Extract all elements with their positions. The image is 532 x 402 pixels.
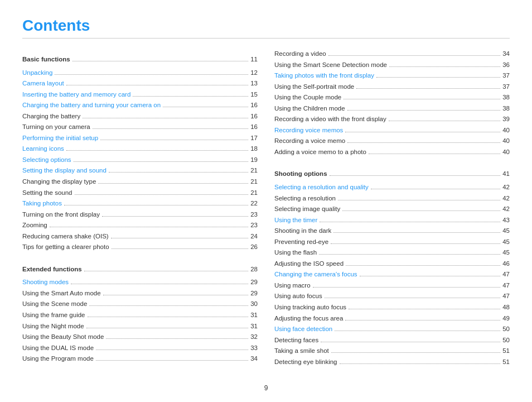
dot-leader: [345, 320, 500, 320]
toc-entry: Detecting faces50: [274, 335, 510, 346]
dot-leader: [345, 132, 500, 132]
toc-entry: Selecting a resolution and quality42: [274, 182, 510, 193]
toc-entry: Using the Beauty Shot mode32: [22, 332, 258, 343]
toc-entry-label: Recording a video with the front display: [274, 114, 386, 125]
toc-page-number: 42: [502, 204, 510, 215]
dot-leader: [347, 110, 501, 111]
toc-entry-label: Detecting eye blinking: [274, 357, 337, 368]
toc-entry: Selecting a resolution42: [274, 193, 510, 204]
toc-entry-label: Using the timer: [274, 215, 317, 226]
toc-entry: Taking photos with the front display37: [274, 70, 510, 82]
toc-page-number: 17: [250, 133, 258, 144]
page-number: 28: [250, 264, 258, 275]
dot-leader: [389, 66, 500, 67]
toc-entry: Using tracking auto focus48: [274, 302, 510, 313]
toc-entry: Camera layout13: [22, 78, 258, 89]
toc-entry: Using the Smart Auto mode29: [22, 288, 258, 299]
dot-leader: [102, 216, 248, 217]
toc-entry: Using the flash45: [274, 247, 510, 259]
page-title: Contents: [22, 17, 510, 35]
toc-entry-label: Using the DUAL IS mode: [22, 343, 94, 354]
toc-entry-label: Charging the battery: [22, 111, 80, 122]
dot-leader: [64, 205, 248, 205]
toc-entry-label: Adjusting the focus area: [274, 313, 343, 324]
toc-entry-label: Using the Couple mode: [274, 92, 341, 103]
dot-leader: [342, 210, 500, 211]
toc-entry-label: Using tracking auto focus: [274, 302, 346, 313]
dot-leader: [71, 284, 248, 284]
toc-entry-label: Performing the initial setup: [22, 133, 98, 144]
toc-entry-label: Using the Children mode: [274, 103, 345, 114]
dot-leader: [163, 107, 248, 107]
toc-entry: Using the Self-portrait mode37: [274, 82, 510, 93]
dot-leader: [86, 328, 249, 328]
toc-page-number: 50: [502, 335, 510, 346]
toc-entry: Selecting options19: [22, 155, 258, 166]
toc-page-number: 19: [250, 155, 258, 166]
toc-page-number: 33: [250, 343, 258, 354]
toc-page-number: 30: [250, 299, 258, 310]
toc-entry-label: Turning on your camera: [22, 122, 90, 133]
dot-leader: [347, 142, 500, 143]
toc-page-number: 43: [502, 215, 510, 226]
toc-entry: Using the Couple mode38: [274, 92, 510, 103]
toc-entry: Using the timer43: [274, 215, 510, 226]
toc-entry-label: Shooting in the dark: [274, 226, 331, 237]
dot-leader: [325, 298, 501, 298]
toc-entry-label: Using macro: [274, 280, 311, 291]
dot-leader: [321, 342, 500, 342]
toc-entry: Detecting eye blinking51: [274, 357, 510, 368]
toc-entry: Preventing red-eye45: [274, 237, 510, 248]
dot-leader: [335, 331, 500, 331]
toc-entry-label: Using the Scene mode: [22, 299, 87, 310]
toc-page-number: 16: [250, 100, 258, 111]
dot-leader: [349, 309, 500, 309]
dot-leader: [96, 350, 248, 350]
toc-page-number: 47: [502, 280, 510, 291]
dot-leader: [98, 183, 248, 184]
toc-entry: Setting the display and sound21: [22, 165, 258, 176]
toc-entry: Charging the battery and turning your ca…: [22, 100, 258, 111]
toc-page-number: 49: [502, 313, 510, 324]
toc-entry-label: Using the Smart Scene Detection mode: [274, 60, 387, 71]
dot-leader: [84, 271, 249, 271]
toc-entry-label: Using face detection: [274, 324, 332, 335]
toc-entry: Recording a video with the front display…: [274, 114, 510, 125]
toc-entry: Adjusting the focus area49: [274, 313, 510, 324]
toc-entry-label: Detecting faces: [274, 335, 318, 346]
toc-entry: Setting the sound21: [22, 188, 258, 199]
dot-leader: [88, 317, 249, 317]
dot-leader: [106, 338, 248, 339]
toc-entry: Shooting modes29: [22, 277, 258, 288]
dot-leader: [103, 295, 249, 295]
dot-leader: [100, 140, 248, 140]
page-number: 9: [264, 384, 268, 392]
toc-section: Extended functions28Shooting modes29Usin…: [22, 259, 258, 365]
toc-entry-label: Using the frame guide: [22, 310, 85, 321]
toc-entry-label: Selecting image quality: [274, 204, 340, 215]
toc-page-number: 16: [250, 122, 258, 133]
toc-page-number: 18: [250, 143, 258, 155]
toc-page-number: 24: [250, 231, 258, 242]
toc-page-number: 42: [502, 182, 510, 193]
toc-entry-label: Zooming: [22, 220, 47, 231]
dot-leader: [83, 118, 248, 118]
toc-page-number: 45: [502, 237, 510, 248]
toc-page-number: 48: [502, 302, 510, 313]
toc-page-number: 22: [250, 198, 258, 209]
toc-entry-label: Learning icons: [22, 143, 64, 155]
toc-page-number: 29: [250, 288, 258, 299]
dot-leader: [389, 121, 500, 121]
dot-leader: [109, 172, 248, 173]
page-footer: 9: [22, 384, 510, 392]
toc-page-number: 31: [250, 321, 258, 332]
toc-entry-label: Camera layout: [22, 78, 64, 89]
toc-page-number: 12: [250, 68, 258, 79]
dot-leader: [112, 248, 249, 249]
toc-page-number: 47: [502, 269, 510, 280]
toc-page-number: 45: [502, 226, 510, 237]
toc-entry: Recording voice memos40: [274, 125, 510, 136]
right-column: Recording a video34Using the Smart Scene…: [274, 49, 510, 373]
dot-leader: [111, 238, 249, 238]
toc-entry-label: Using the Beauty Shot mode: [22, 332, 104, 343]
